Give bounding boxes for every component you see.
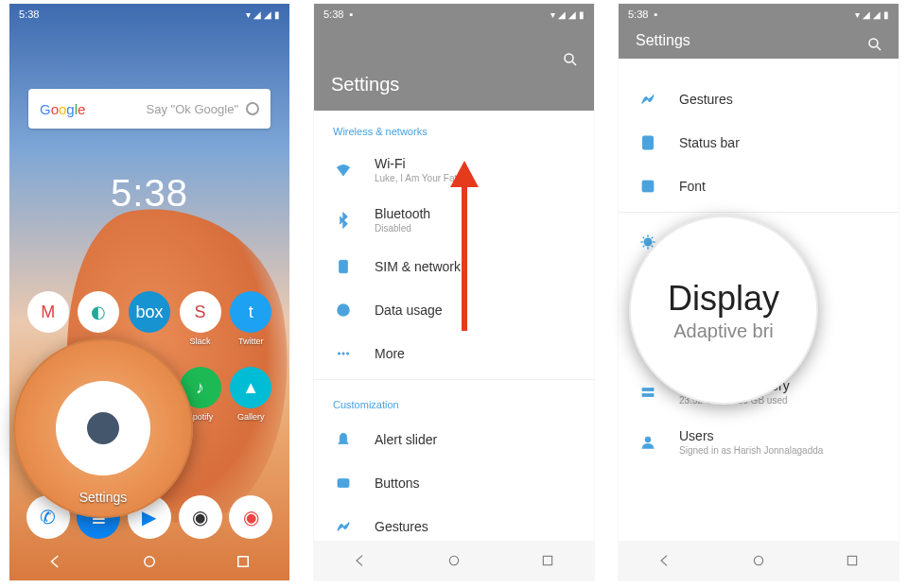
svg-point-11	[869, 39, 878, 47]
storage-icon	[637, 382, 658, 403]
svg-point-18	[645, 437, 651, 442]
svg-rect-20	[847, 556, 856, 564]
dock-chrome[interactable]: ◉	[229, 495, 272, 539]
magnify-display: Display Adaptive bri	[629, 216, 818, 405]
nav-home-icon[interactable]	[446, 553, 462, 568]
svg-rect-13	[642, 181, 654, 192]
gesture-icon	[333, 516, 354, 537]
search-icon[interactable]	[562, 51, 579, 68]
google-search-bar[interactable]: Google Say "Ok Google"	[28, 89, 271, 129]
status-bar: 5:38 ▾ ◢ ◢ ▮	[9, 4, 289, 25]
nav-back-icon[interactable]	[353, 553, 368, 568]
clock-time: 5:38	[9, 172, 289, 215]
settings-header: Settings	[314, 25, 594, 111]
user-icon	[637, 432, 658, 453]
app-slack[interactable]: SSlack	[175, 291, 226, 346]
svg-rect-12	[643, 136, 654, 149]
nav-bar	[9, 543, 289, 580]
svg-rect-1	[237, 557, 248, 567]
nav-recent-icon[interactable]	[540, 553, 555, 568]
home-clock: 5:38	[9, 172, 289, 225]
item-font[interactable]: Font	[619, 164, 899, 208]
item-more[interactable]: More	[314, 332, 594, 375]
magnify-sub: Adaptive bri	[673, 320, 774, 342]
svg-point-5	[338, 353, 340, 355]
svg-point-4	[338, 304, 349, 316]
sim-icon	[333, 256, 354, 277]
status-time: 5:38	[19, 9, 39, 20]
scroll-up-arrow	[450, 161, 479, 331]
section-customization: Customization	[314, 384, 594, 418]
dock-camera[interactable]: ◉	[179, 495, 222, 539]
svg-point-14	[644, 238, 652, 246]
gesture-icon	[637, 89, 658, 110]
battery-icon: ▮	[274, 9, 280, 20]
bell-icon	[333, 429, 354, 450]
svg-point-0	[145, 557, 155, 567]
svg-point-6	[342, 353, 344, 355]
svg-rect-10	[543, 556, 551, 564]
app-gallery[interactable]: ▲Gallery	[225, 367, 276, 422]
nav-home-icon[interactable]	[751, 553, 766, 568]
status-bar: 5:38 ▪ ▾◢◢▮	[314, 4, 594, 25]
wifi-icon: ▾	[246, 9, 251, 20]
magnify-title: Display	[668, 279, 779, 319]
item-buttons[interactable]: Buttons	[314, 461, 594, 505]
nav-recent-icon[interactable]	[235, 553, 252, 570]
item-users[interactable]: UsersSigned in as Harish Jonnalagadda	[619, 417, 899, 467]
app-gmail[interactable]: M	[23, 291, 74, 346]
google-logo: Google	[40, 101, 85, 117]
svg-point-7	[346, 353, 348, 355]
settings-title: Settings	[636, 32, 882, 49]
svg-rect-16	[642, 388, 654, 390]
search-hint: Say "Ok Google"	[85, 102, 238, 116]
app-twitter[interactable]: tTwitter	[225, 291, 276, 346]
gear-icon[interactable]	[56, 381, 150, 476]
signal-icon: ◢	[253, 9, 261, 20]
magnify-settings-icon: Settings	[13, 338, 193, 518]
svg-point-2	[565, 54, 573, 62]
signal-icon: ◢	[264, 9, 271, 20]
statusbar-icon	[637, 132, 658, 153]
settings-caption: Settings	[79, 490, 128, 505]
bluetooth-icon	[333, 210, 354, 231]
clock-date	[9, 215, 289, 225]
buttons-icon	[333, 473, 354, 493]
svg-rect-17	[642, 393, 654, 396]
font-icon	[637, 176, 658, 197]
status-icons: ▾ ◢ ◢ ▮	[246, 9, 280, 20]
nav-recent-icon[interactable]	[845, 553, 860, 568]
settings-header: Settings	[619, 25, 899, 59]
data-icon	[333, 300, 354, 320]
svg-point-9	[449, 556, 458, 564]
item-gestures[interactable]: Gestures	[619, 78, 899, 121]
settings-title: Settings	[331, 74, 577, 95]
app-box[interactable]: box	[124, 291, 175, 346]
item-alert-slider[interactable]: Alert slider	[314, 418, 594, 461]
search-icon[interactable]	[866, 36, 883, 53]
nav-back-icon[interactable]	[657, 553, 672, 568]
more-icon	[333, 343, 354, 364]
mic-icon[interactable]	[246, 102, 259, 115]
svg-point-19	[754, 556, 762, 564]
svg-rect-8	[338, 479, 349, 488]
nav-back-icon[interactable]	[47, 553, 64, 570]
nav-bar	[619, 541, 899, 580]
nav-bar	[314, 541, 594, 580]
item-statusbar[interactable]: Status bar	[619, 121, 899, 164]
svg-rect-3	[340, 260, 348, 273]
nav-home-icon[interactable]	[141, 553, 158, 570]
wifi-icon	[333, 160, 354, 181]
section-wireless: Wireless & networks	[314, 111, 594, 145]
status-bar: 5:38 ▪ ▾◢◢▮	[619, 4, 899, 25]
